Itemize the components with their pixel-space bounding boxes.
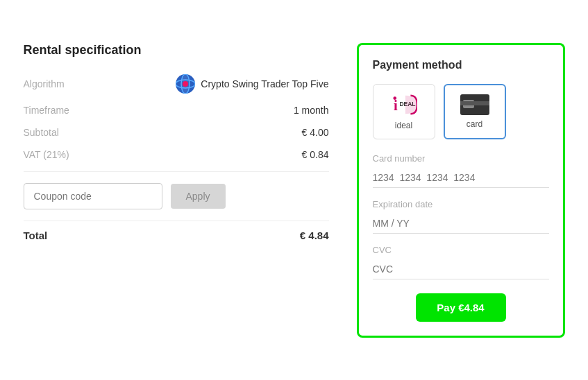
algorithm-label: Algorithm: [24, 78, 65, 89]
vat-label: VAT (21%): [24, 149, 69, 160]
algorithm-row: Algorithm Crypto Swing Trader Top Five: [24, 74, 329, 94]
ideal-label: ideal: [395, 121, 412, 130]
divider-2: [24, 221, 329, 221]
coupon-input[interactable]: [24, 183, 162, 209]
algorithm-icon: [176, 74, 195, 94]
svg-point-7: [393, 96, 396, 100]
timeframe-value: 1 month: [294, 105, 329, 116]
payment-methods: i DEAL ideal card: [373, 84, 549, 139]
apply-button[interactable]: Apply: [171, 184, 226, 209]
total-label: Total: [24, 230, 48, 241]
rental-spec-title: Rental specification: [24, 43, 329, 58]
rental-spec-panel: Rental specification Algorithm Crypto Sw…: [24, 43, 329, 338]
card-number-input[interactable]: [373, 168, 549, 188]
algorithm-value: Crypto Swing Trader Top Five: [176, 74, 328, 94]
card-icon: [460, 94, 489, 115]
subtotal-value: € 4.00: [302, 127, 329, 138]
card-number-label: Card number: [373, 153, 549, 164]
cvc-group: CVC: [373, 245, 549, 279]
timeframe-label: Timeframe: [24, 105, 69, 116]
divider: [24, 171, 329, 172]
payment-title: Payment method: [373, 59, 549, 71]
timeframe-row: Timeframe 1 month: [24, 105, 329, 116]
pay-button[interactable]: Pay €4.84: [416, 293, 506, 322]
svg-rect-10: [460, 101, 489, 105]
ideal-icon: i DEAL: [391, 93, 417, 116]
cvc-label: CVC: [373, 245, 549, 255]
page-container: Rental specification Algorithm Crypto Sw…: [10, 29, 579, 352]
exp-date-input[interactable]: [373, 214, 549, 234]
ideal-method-button[interactable]: i DEAL ideal: [373, 84, 435, 139]
payment-panel: Payment method i DEAL idea: [357, 43, 565, 338]
cvc-input[interactable]: [373, 259, 549, 279]
total-row: Total € 4.84: [24, 230, 329, 241]
vat-value: € 0.84: [302, 149, 329, 160]
card-label: card: [467, 119, 482, 129]
card-method-button[interactable]: card: [444, 84, 506, 139]
card-number-group: Card number: [373, 153, 549, 188]
coupon-row: Apply: [24, 183, 329, 209]
exp-date-label: Expiration date: [373, 199, 549, 209]
exp-date-group: Expiration date: [373, 199, 549, 234]
vat-row: VAT (21%) € 0.84: [24, 149, 329, 160]
subtotal-row: Subtotal € 4.00: [24, 127, 329, 138]
total-value: € 4.84: [300, 230, 329, 241]
subtotal-label: Subtotal: [24, 127, 59, 138]
